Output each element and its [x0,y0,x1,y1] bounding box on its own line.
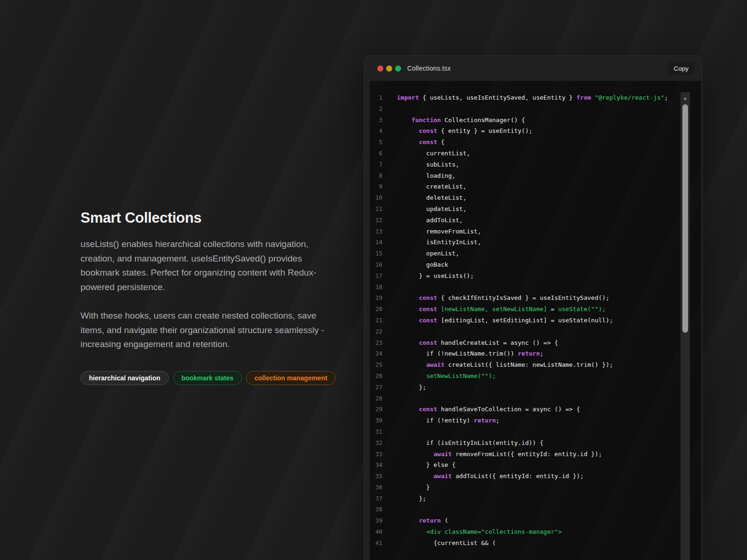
line-number: 30 [370,415,382,426]
minimize-dot-icon [386,65,392,72]
line-number: 11 [370,204,382,215]
code-line: 24 if (!newListName.trim()) return; [370,348,701,359]
code-text: const [editingList, setEditingList] = us… [397,317,613,324]
code-text: <div className="collections-manager"> [397,528,562,535]
line-number: 1 [370,92,382,103]
code-text: const handleSaveToCollection = async () … [397,406,580,413]
line-number: 15 [370,248,382,259]
line-number: 16 [370,259,382,270]
code-line: 2 [370,103,701,115]
code-text: subLists, [397,161,459,168]
close-dot-icon [377,65,383,72]
code-line: 30 if (!entity) return; [370,415,701,426]
code-line: 40 <div className="collections-manager"> [370,526,701,538]
code-text: loading, [397,172,455,179]
code-text: if (isEntityInList(entity.id)) { [397,439,543,446]
code-text: goBack [397,261,448,268]
line-number: 39 [370,515,382,526]
code-text: function CollectionsManager() { [397,116,525,124]
code-line: 17 } = useLists(); [370,270,701,282]
code-text: updateList, [397,205,467,212]
code-line: 27 }; [370,382,701,393]
code-editor-window: Collections.tsx Copy 1import { useLists,… [364,55,703,560]
line-number: 40 [370,526,382,538]
scrollbar-thumb[interactable] [682,104,688,333]
code-line: 35 await addToList({ entityId: entity.id… [370,471,701,482]
code-text: await removeFromList({ entityId: entity.… [397,451,602,458]
code-line: 15 openList, [370,248,701,259]
window-header: Collections.tsx Copy [364,56,702,81]
line-number: 20 [370,304,382,315]
copy-button[interactable]: Copy [667,62,695,75]
code-text: addToList, [397,217,463,224]
line-number: 25 [370,359,382,371]
line-number: 6 [370,148,382,159]
line-number: 21 [370,315,382,326]
code-text: deleteList, [397,194,467,201]
line-number: 27 [370,382,382,393]
line-number: 13 [370,226,382,237]
code-text: if (!newListName.trim()) return; [397,350,543,357]
code-line: 11 updateList, [370,204,701,215]
code-text: removeFromList, [397,228,481,235]
feature-tags-row: hierarchical navigationbookmark statesco… [81,371,330,385]
code-text: isEntityInList, [397,239,481,246]
line-number: 17 [370,270,382,282]
line-number: 28 [370,393,382,404]
line-number: 33 [370,449,382,460]
code-line: 10 deleteList, [370,192,701,204]
scroll-up-arrow-icon[interactable]: ▲ [681,94,690,102]
line-number: 29 [370,404,382,415]
code-line: 3 function CollectionsManager() { [370,115,701,126]
line-number: 19 [370,292,382,304]
code-line: 12 addToList, [370,215,701,226]
line-number: 32 [370,437,382,449]
code-line: 9 createList, [370,181,701,192]
code-line: 39 return ( [370,515,701,526]
code-line: 23 const handleCreateList = async () => … [370,337,701,349]
code-text: createList, [397,183,467,190]
line-number: 23 [370,337,382,349]
code-line: 22 [370,326,701,337]
code-line: 29 const handleSaveToCollection = async … [370,404,701,415]
code-line: 1import { useLists, useIsEntitySaved, us… [370,92,701,103]
code-line: 20 const [newListName, setNewListName] =… [370,304,701,315]
line-number: 3 [370,115,382,126]
code-panel: 1import { useLists, useIsEntitySaved, us… [370,81,701,560]
code-line: 37 }; [370,493,701,504]
code-text: const { entity } = useEntity(); [397,127,533,134]
code-line: 31 [370,426,701,437]
code-line: 28 [370,393,701,404]
code-text: }; [397,384,426,391]
code-text: {currentList && ( [397,539,496,546]
line-number: 7 [370,159,382,170]
code-line: 14 isEntityInList, [370,237,701,248]
line-number: 38 [370,504,382,515]
line-number: 8 [370,170,382,182]
scrollbar-track[interactable]: ▲ [681,92,690,560]
code-line: 13 removeFromList, [370,226,701,237]
zoom-dot-icon [395,65,401,72]
code-line: 4 const { entity } = useEntity(); [370,125,701,137]
line-number: 22 [370,326,382,337]
code-line: 7 subLists, [370,159,701,170]
tag-pill: bookmark states [173,371,242,385]
line-number: 4 [370,125,382,137]
code-line: 38 [370,504,701,515]
code-line: 25 await createList({ listName: newListN… [370,359,701,371]
line-number: 12 [370,215,382,226]
tag-pill: collection management [246,371,336,385]
code-line: 36 } [370,482,701,493]
code-text: }; [397,495,426,502]
code-text: import { useLists, useIsEntitySaved, use… [397,94,668,101]
code-line: 16 goBack [370,259,701,270]
tag-pill: hierarchical navigation [81,371,169,385]
code-text: const { checkIfEntityIsSaved } = useIsEn… [397,294,609,301]
code-line: 21 const [editingList, setEditingList] =… [370,315,701,326]
code-line: 5 const { [370,137,701,148]
code-text: const handleCreateList = async () => { [397,339,558,346]
traffic-light-dots [377,65,401,72]
line-number: 34 [370,459,382,471]
code-line: 33 await removeFromList({ entityId: enti… [370,449,701,460]
code-line: 32 if (isEntityInList(entity.id)) { [370,437,701,449]
